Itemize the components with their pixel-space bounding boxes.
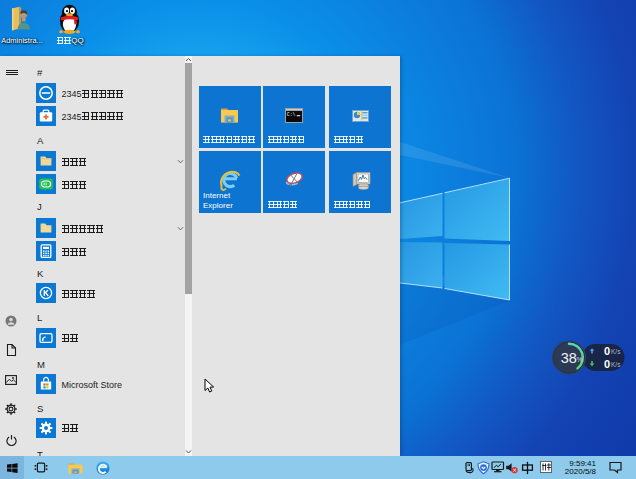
svg-text:%: % [577, 356, 583, 363]
svg-text:K/s: K/s [611, 348, 621, 355]
svg-text:C:\: C:\ [287, 112, 296, 117]
svg-text:K/s: K/s [611, 361, 621, 368]
svg-text:0: 0 [604, 345, 610, 357]
svg-text:0: 0 [604, 358, 610, 370]
svg-text:38: 38 [561, 350, 577, 366]
